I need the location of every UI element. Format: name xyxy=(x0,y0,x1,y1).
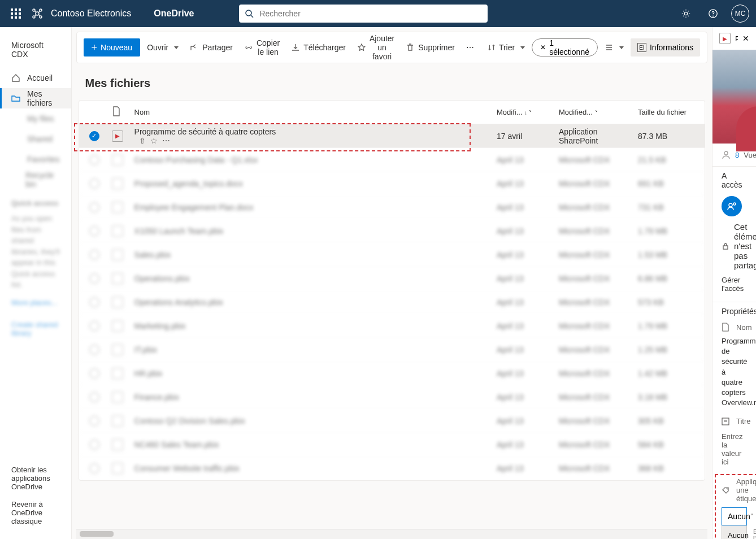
classic-link[interactable]: Revenir à OneDrive classique xyxy=(11,495,60,530)
open-button[interactable]: Ouvrir xyxy=(142,38,183,56)
view-toggle-button[interactable] xyxy=(600,38,628,56)
col-modified[interactable]: Modifi... ↓ ˅ xyxy=(497,108,559,116)
file-modified: April 13 xyxy=(497,369,559,378)
table-row[interactable]: X1050 Launch Team.pbixApril 13Microsoft … xyxy=(79,219,705,243)
list-icon xyxy=(605,43,614,52)
table-row[interactable]: IT.pbixApril 13Microsoft CDX1.25 MB xyxy=(79,338,705,362)
file-name[interactable]: Consumer Website traffic.pbix xyxy=(134,464,497,473)
table-row[interactable]: Marketing.pbixApril 13Microsoft CDX1.79 … xyxy=(79,314,705,338)
addfav-button[interactable]: Ajouter un favori xyxy=(353,38,399,56)
row-checkbox[interactable] xyxy=(89,321,99,331)
table-row[interactable]: NC460 Sales Team.pbixApril 13Microsoft C… xyxy=(79,433,705,457)
col-name[interactable]: Nom xyxy=(134,108,497,116)
settings-icon[interactable] xyxy=(677,5,695,23)
file-table: Nom Modifi... ↓ ˅ Modified... ˅ Taille d… xyxy=(79,100,705,481)
row-checkbox[interactable] xyxy=(89,297,99,307)
table-row[interactable]: Contoso Purchasing Data - Q1.xlsxApril 1… xyxy=(79,148,705,172)
share-badge-icon[interactable] xyxy=(722,196,742,216)
manage-access-link[interactable]: Gérer l'accès xyxy=(722,276,747,293)
row-checkbox[interactable] xyxy=(89,416,99,426)
search-input[interactable] xyxy=(259,9,482,18)
table-row[interactable]: Sales.pbixApril 13Microsoft CDX1.53 MB xyxy=(79,243,705,267)
file-modified: April 13 xyxy=(497,393,559,402)
app-name[interactable]: OneDrive xyxy=(154,8,194,19)
file-type-icon xyxy=(112,178,123,189)
table-row[interactable]: Consumer Website traffic.pbixApril 13Mic… xyxy=(79,457,705,480)
row-checkbox[interactable] xyxy=(89,250,99,260)
user-avatar[interactable]: MC xyxy=(731,5,749,23)
horizontal-scrollbar[interactable] xyxy=(76,529,707,539)
file-name[interactable]: Operations.pbix xyxy=(134,274,497,283)
file-size: 3.18 MB xyxy=(638,393,694,402)
left-nav: Microsoft CDX Accueil Mes fichiers My fi… xyxy=(0,27,72,539)
delete-button[interactable]: Supprimer xyxy=(401,38,459,56)
row-checkbox[interactable]: ✓ xyxy=(89,131,99,141)
video-thumbnail[interactable] xyxy=(712,50,756,144)
more-icon[interactable]: ⋯ xyxy=(162,136,170,145)
row-checkbox[interactable] xyxy=(89,345,99,355)
more-button[interactable]: ⋯ xyxy=(462,38,479,56)
file-name[interactable]: IT.pbix xyxy=(134,345,497,354)
file-name[interactable]: Employee Engagement Plan.docx xyxy=(134,203,497,212)
nav-item-home[interactable]: Accueil xyxy=(0,68,71,88)
get-apps-link[interactable]: Obtenir les applications OneDrive xyxy=(11,461,60,495)
table-row[interactable]: Finance.pbixApril 13Microsoft CDX3.18 MB xyxy=(79,385,705,409)
file-name[interactable]: Sales.pbix xyxy=(134,250,497,259)
star-icon[interactable]: ☆ xyxy=(150,136,158,145)
svg-point-9 xyxy=(724,151,728,155)
row-checkbox[interactable] xyxy=(89,368,99,379)
row-checkbox[interactable] xyxy=(89,392,99,402)
table-row[interactable]: Operations Analytics.pbixApril 13Microso… xyxy=(79,290,705,314)
file-modifiedby: Microsoft CDX xyxy=(559,416,638,425)
app-launcher-icon[interactable] xyxy=(7,5,25,23)
row-checkbox[interactable] xyxy=(89,155,99,165)
file-name[interactable]: Finance.pbix xyxy=(134,393,497,402)
file-name[interactable]: Contoso Purchasing Data - Q1.xlsx xyxy=(134,155,497,164)
file-name[interactable]: Marketing.pbix xyxy=(134,321,497,331)
help-icon[interactable] xyxy=(704,5,722,23)
close-icon[interactable]: ✕ xyxy=(742,34,749,43)
label-select[interactable]: Aucun ˅ xyxy=(722,507,747,525)
row-checkbox[interactable] xyxy=(89,202,99,212)
copylink-button[interactable]: Copier le lien xyxy=(240,38,284,56)
share-button[interactable]: Partager xyxy=(185,38,237,56)
new-button[interactable]: + Nouveau xyxy=(84,38,141,56)
table-row[interactable]: HR.pbixApril 13Microsoft CDX1.42 MB xyxy=(79,362,705,385)
col-size[interactable]: Taille du fichier xyxy=(638,108,694,116)
download-button[interactable]: Télécharger xyxy=(286,38,350,56)
row-checkbox[interactable] xyxy=(89,273,99,284)
file-modified: April 13 xyxy=(497,227,559,236)
file-name[interactable]: Operations Analytics.pbix xyxy=(134,298,497,307)
table-row[interactable]: Proposed_agenda_topics.docxApril 13Micro… xyxy=(79,172,705,195)
row-checkbox[interactable] xyxy=(89,226,99,236)
file-name[interactable]: Programme de sécurité à quatre copters⇧☆… xyxy=(134,127,497,145)
file-name[interactable]: NC460 Sales Team.pbix xyxy=(134,440,497,449)
table-row[interactable]: Contoso Q2 Division Sales.pbixApril 13Mi… xyxy=(79,409,705,433)
file-name[interactable]: Proposed_agenda_topics.docx xyxy=(134,179,497,188)
sort-button[interactable]: Trier xyxy=(483,38,529,56)
search-box[interactable] xyxy=(239,5,488,23)
nav-item-myfiles-dup: My files xyxy=(0,108,71,129)
col-modifiedby[interactable]: Modified... ˅ xyxy=(559,108,638,116)
nav-tenant-title: Microsoft CDX xyxy=(0,36,71,68)
file-type-icon xyxy=(112,297,123,308)
row-checkbox[interactable] xyxy=(89,463,99,473)
file-name[interactable]: Contoso Q2 Division Sales.pbix xyxy=(134,416,497,425)
table-row[interactable]: ✓▶Programme de sécurité à quatre copters… xyxy=(79,124,705,148)
table-row[interactable]: Operations.pbixApril 13Microsoft CDX6.86… xyxy=(79,267,705,290)
file-name[interactable]: X1050 Launch Team.pbix xyxy=(134,227,497,236)
info-button[interactable]: EI Informations xyxy=(631,38,700,56)
file-size: 1.53 MB xyxy=(638,250,694,259)
file-name[interactable]: HR.pbix xyxy=(134,369,497,378)
share-icon[interactable]: ⇧ xyxy=(139,136,146,145)
file-modified: April 13 xyxy=(497,179,559,188)
file-type-icon xyxy=(112,392,123,403)
title-input[interactable]: Entrez la valeur ici xyxy=(722,430,747,468)
label-option-none[interactable]: Aucun Effacer l'étiquette xyxy=(722,525,746,539)
nav-item-myfiles[interactable]: Mes fichiers xyxy=(0,88,71,108)
row-checkbox[interactable] xyxy=(89,440,99,450)
file-modifiedby: Microsoft CDX xyxy=(559,203,638,212)
row-checkbox[interactable] xyxy=(89,179,99,189)
table-row[interactable]: Employee Engagement Plan.docxApril 13Mic… xyxy=(79,195,705,219)
selection-pill[interactable]: ✕ 1 sélectionné xyxy=(532,38,598,56)
